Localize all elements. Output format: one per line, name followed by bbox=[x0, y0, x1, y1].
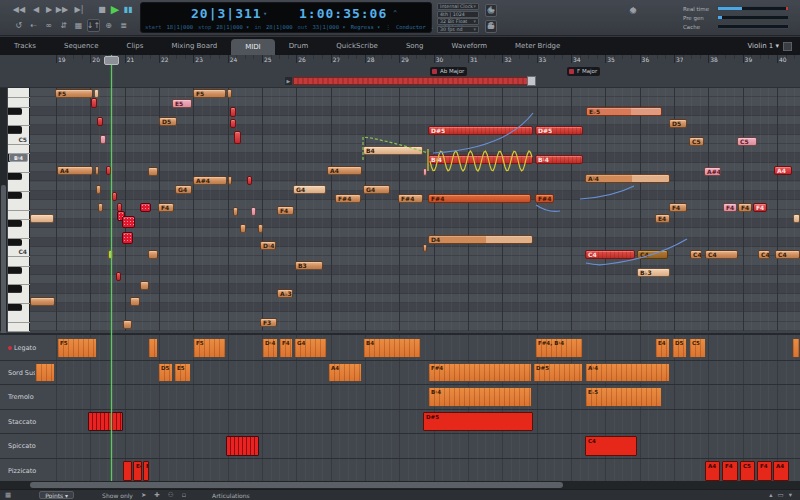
clock-panel-1[interactable]: 4th | 1024 bbox=[437, 11, 479, 18]
midi-note[interactable]: C5 bbox=[737, 137, 757, 146]
lcd-field-value[interactable]: Regress ▾ bbox=[351, 24, 381, 30]
play-button[interactable]: ▶ bbox=[108, 3, 122, 16]
key-marker[interactable]: F Major bbox=[567, 67, 600, 76]
midi-note[interactable]: C4 bbox=[690, 250, 702, 259]
piano-key-black[interactable] bbox=[8, 304, 22, 311]
tab-drum[interactable]: Drum bbox=[275, 37, 323, 55]
midi-note[interactable]: E4 bbox=[655, 214, 670, 223]
midi-note[interactable]: G4 bbox=[363, 185, 390, 194]
midi-note[interactable] bbox=[423, 168, 427, 176]
articulation-block[interactable]: A♮4 bbox=[585, 363, 670, 383]
midi-note[interactable] bbox=[423, 244, 427, 252]
midi-note[interactable] bbox=[96, 185, 101, 194]
midi-note[interactable] bbox=[240, 224, 246, 233]
midi-note[interactable] bbox=[100, 135, 106, 144]
articulation-block[interactable]: F5 bbox=[193, 338, 226, 358]
midi-note[interactable]: C4 bbox=[775, 250, 800, 259]
filter-icon[interactable]: ▫ bbox=[182, 491, 186, 499]
articulation-block[interactable]: C5 bbox=[689, 338, 706, 358]
midi-note[interactable] bbox=[122, 216, 135, 228]
articulation-block[interactable]: B4 bbox=[363, 338, 421, 358]
tab-song[interactable]: Song bbox=[392, 37, 438, 55]
lcd-field-value[interactable]: 33|1|000 ▾ bbox=[313, 24, 346, 30]
midi-note[interactable]: B♮4 bbox=[535, 155, 583, 164]
articulation-block[interactable]: D5 bbox=[672, 338, 687, 358]
midi-note[interactable] bbox=[258, 224, 263, 233]
articulation-block[interactable]: C4 bbox=[585, 436, 637, 456]
overdub-button[interactable]: ▦ bbox=[72, 19, 85, 32]
click-enable-button[interactable]: ⊕ bbox=[102, 19, 115, 32]
articulations-label[interactable]: Articulations bbox=[212, 492, 250, 499]
midi-note[interactable]: F#4 bbox=[398, 194, 423, 203]
show-only-label[interactable]: Show only bbox=[102, 492, 133, 499]
midi-note[interactable]: F#4 bbox=[535, 194, 554, 203]
midi-note[interactable]: A♮4 bbox=[585, 174, 670, 183]
tab-quickscribe[interactable]: QuickScribe bbox=[322, 37, 392, 55]
midi-note[interactable]: C4 bbox=[585, 250, 635, 259]
midi-note[interactable] bbox=[148, 250, 158, 259]
articulation-block[interactable]: D#5 bbox=[533, 363, 583, 383]
lane-tremolo[interactable]: Tremolo bbox=[0, 385, 800, 410]
piano-keyboard[interactable]: C5C4B♮4 bbox=[8, 88, 30, 331]
cycle-start-handle[interactable]: ▶ bbox=[285, 77, 292, 85]
midi-note[interactable] bbox=[122, 232, 133, 244]
midi-note[interactable]: C5 bbox=[689, 137, 704, 146]
articulation-block[interactable] bbox=[123, 461, 132, 481]
midi-note[interactable] bbox=[234, 131, 241, 144]
track-options-icon[interactable] bbox=[783, 42, 792, 51]
filter-icon[interactable]: ✚ bbox=[154, 491, 159, 499]
midi-note[interactable]: F4 bbox=[753, 203, 767, 212]
playhead-handle[interactable] bbox=[104, 56, 119, 65]
midi-note[interactable]: D5 bbox=[669, 119, 687, 128]
piano-roll-grid[interactable]: F5F5E5D5A4A#4G4F4F4D♮4B3A♭3F3G4A4F#4B4G4… bbox=[0, 88, 800, 331]
midi-note[interactable]: A♭3 bbox=[277, 289, 293, 298]
vertical-scrollbar[interactable] bbox=[0, 88, 7, 331]
step-forward-button[interactable]: ▶ bbox=[42, 3, 56, 16]
midi-note[interactable]: B♮4 bbox=[428, 155, 533, 164]
articulation-block[interactable]: E4 bbox=[655, 338, 670, 358]
midi-note[interactable]: A4 bbox=[327, 166, 362, 175]
midi-note[interactable] bbox=[91, 98, 97, 108]
midi-note[interactable] bbox=[148, 167, 158, 176]
midi-note[interactable]: D4 bbox=[428, 235, 533, 244]
midi-note[interactable]: B♭3 bbox=[637, 268, 670, 277]
midi-note[interactable]: G4 bbox=[175, 185, 192, 194]
lane-spiccato[interactable]: Spiccato bbox=[0, 434, 800, 459]
midi-note[interactable]: C4 bbox=[637, 250, 668, 259]
lcd-field-value[interactable]: ⋮ bbox=[385, 24, 391, 30]
stop-button[interactable]: ■ bbox=[95, 3, 109, 16]
midi-note[interactable] bbox=[116, 272, 121, 281]
articulation-block[interactable]: A4 bbox=[773, 461, 789, 481]
midi-note[interactable] bbox=[97, 117, 103, 126]
midi-note[interactable] bbox=[140, 281, 149, 290]
midi-note[interactable]: D#5 bbox=[535, 126, 583, 135]
tab-tracks[interactable]: Tracks bbox=[0, 37, 50, 55]
piano-key-black[interactable] bbox=[8, 220, 22, 227]
cycle-end-handle[interactable] bbox=[527, 76, 536, 86]
piano-key-black[interactable] bbox=[8, 285, 22, 292]
lcd-field-value[interactable]: Conductor bbox=[396, 24, 426, 30]
articulation-block[interactable]: E5 bbox=[174, 363, 191, 383]
piano-key-black[interactable] bbox=[8, 126, 22, 133]
midi-note[interactable]: E♭5 bbox=[586, 107, 662, 116]
midi-note[interactable]: A4 bbox=[774, 166, 792, 175]
tab-meter-bridge[interactable]: Meter Bridge bbox=[501, 37, 574, 55]
midi-note[interactable] bbox=[30, 214, 54, 223]
tab-waveform[interactable]: Waveform bbox=[438, 37, 502, 55]
midi-note[interactable]: A#4 bbox=[193, 176, 227, 185]
lcd-field-value[interactable]: 28|1|000 ▾ bbox=[216, 24, 249, 30]
midi-note[interactable]: C4 bbox=[705, 250, 738, 259]
midi-note[interactable] bbox=[95, 166, 99, 175]
filter-icon[interactable]: ➤ bbox=[141, 491, 146, 499]
repeat-button[interactable]: ↺ bbox=[12, 19, 25, 32]
midi-note[interactable]: A4 bbox=[57, 166, 93, 175]
clock-panel-2[interactable]: 32 Bit Float▾ bbox=[437, 18, 479, 25]
midi-note[interactable] bbox=[230, 119, 236, 128]
fast-forward-button[interactable]: ▶▶ bbox=[55, 3, 69, 16]
midi-note[interactable] bbox=[228, 176, 232, 185]
articulation-block[interactable]: F5 bbox=[57, 338, 97, 358]
midi-note[interactable]: F#4 bbox=[428, 194, 531, 203]
punch-button[interactable]: ⇵ bbox=[57, 19, 70, 32]
midi-note[interactable]: E5 bbox=[172, 99, 192, 108]
midi-note[interactable] bbox=[247, 176, 252, 185]
